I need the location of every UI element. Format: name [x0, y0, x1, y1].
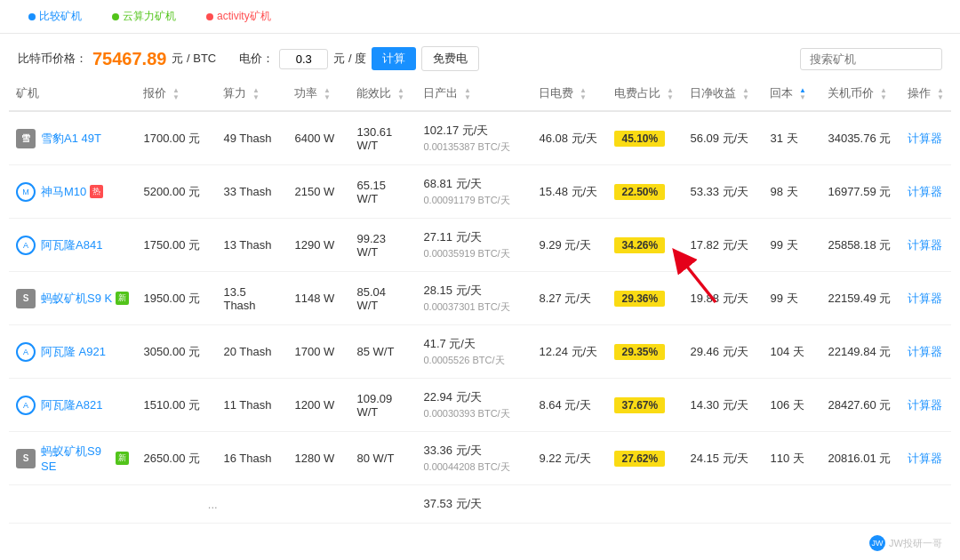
table-row: 雪 雪豹A1 49T 1700.00 元 49 Thash 6400 W 130… — [9, 111, 951, 165]
miner-name-link[interactable]: 蚂蚁矿机S9 SE — [41, 444, 112, 473]
calc-link[interactable]: 计算器 — [908, 238, 942, 252]
table-row: S 蚂蚁矿机S9 K 新 1950.00 元 13.5 Thash 1148 W… — [9, 272, 951, 325]
sort-daily-out: ▲▼ — [464, 87, 471, 101]
cell-payback: 110 天 — [763, 432, 820, 485]
dot-compare — [28, 13, 36, 20]
page-wrapper: 比较矿机 云算力矿机 activity矿机 比特币价格： 75467.89 元 … — [0, 0, 960, 560]
col-header-daily-out[interactable]: 日产出 ▲▼ — [416, 76, 532, 111]
cell-payback: 99 天 — [763, 219, 820, 272]
cell-price: 5200.00 元 — [136, 165, 216, 219]
cell-efficiency: 85 W/T — [349, 325, 416, 379]
miner-name-link[interactable]: 阿瓦隆 A921 — [41, 344, 106, 360]
calc-link[interactable]: 计算器 — [908, 345, 942, 358]
cell-daily-profit: 14.30 元/天 — [683, 379, 763, 432]
btc-price-unit: 元 / BTC — [172, 51, 216, 67]
miner-name-link[interactable]: 神马M10 — [41, 184, 86, 200]
cell-elec-pct: 22.50% — [607, 165, 683, 219]
sort-elec-pct: ▲▼ — [667, 87, 674, 101]
cell-hashrate: 20 Thash — [216, 325, 287, 379]
col-header-payback[interactable]: 回本 ▲▼ — [763, 76, 820, 111]
elec-pct-badge: 34.26% — [614, 237, 665, 253]
col-header-daily-elec[interactable]: 日电费 ▲▼ — [532, 76, 607, 111]
cell-daily-elec: 9.29 元/天 — [532, 219, 607, 272]
table-row: A 阿瓦隆A821 1510.00 元 11 Thash 1200 W 109.… — [9, 379, 951, 432]
cell-action[interactable]: 计算器 — [900, 325, 951, 379]
cell-action[interactable]: 计算器 — [900, 432, 951, 485]
col-header-hashrate[interactable]: 算力 ▲▼ — [216, 76, 287, 111]
cell-daily-out: 22.94 元/天 0.00030393 BTC/天 — [416, 379, 532, 432]
cell-efficiency: 99.23 W/T — [349, 219, 416, 272]
calc-link[interactable]: 计算器 — [908, 452, 942, 465]
cell-daily-profit: 17.82 元/天 — [683, 219, 763, 272]
cell-daily-profit: 19.88 元/天 — [683, 272, 763, 325]
cell-price: 1750.00 元 — [136, 219, 216, 272]
cell-action[interactable]: 计算器 — [900, 272, 951, 325]
cell-action[interactable]: 计算器 — [900, 165, 951, 219]
miner-badge: 新 — [116, 292, 129, 305]
cell-daily-elec: 8.64 元/天 — [532, 379, 607, 432]
cell-elec-pct: 45.10% — [607, 111, 683, 165]
tab-compare[interactable]: 比较矿机 — [18, 4, 92, 29]
cell-elec-pct: 29.36% — [607, 272, 683, 325]
col-header-daily-profit[interactable]: 日净收益 ▲▼ — [683, 76, 763, 111]
calc-link[interactable]: 计算器 — [908, 292, 942, 305]
col-header-shutdown[interactable]: 关机币价 ▲▼ — [820, 76, 900, 111]
calc-button[interactable]: 计算 — [372, 47, 416, 70]
cell-daily-out: 28.15 元/天 0.00037301 BTC/天 — [416, 272, 532, 325]
calc-link[interactable]: 计算器 — [908, 398, 942, 412]
table-header-row: 矿机 报价 ▲▼ 算力 ▲▼ 功率 ▲▼ 能效比 ▲▼ — [9, 76, 951, 111]
miner-name-link[interactable]: 阿瓦隆A821 — [41, 397, 102, 413]
cell-daily-out: 68.81 元/天 0.00091179 BTC/天 — [416, 165, 532, 219]
free-elec-button[interactable]: 免费电 — [421, 46, 479, 71]
cell-action[interactable]: 计算器 — [900, 111, 951, 165]
sort-power: ▲▼ — [324, 87, 331, 101]
cell-daily-out: 33.36 元/天 0.00044208 BTC/天 — [416, 432, 532, 485]
calc-link[interactable]: 计算器 — [908, 185, 942, 198]
cell-efficiency: 80 W/T — [349, 432, 416, 485]
cell-elec-pct: 27.62% — [607, 432, 683, 485]
tab-activity[interactable]: activity矿机 — [196, 4, 282, 29]
cell-efficiency: 130.61 W/T — [349, 111, 416, 165]
elec-pct-badge: 29.35% — [614, 344, 665, 360]
col-header-power[interactable]: 功率 ▲▼ — [287, 76, 349, 111]
cell-action[interactable]: 计算器 — [900, 219, 951, 272]
miner-table-container: 矿机 报价 ▲▼ 算力 ▲▼ 功率 ▲▼ 能效比 ▲▼ — [0, 76, 960, 524]
tab-cloud[interactable]: 云算力矿机 — [101, 4, 187, 29]
miner-icon: S — [16, 449, 36, 468]
miner-name-link[interactable]: 阿瓦隆A841 — [41, 237, 102, 253]
miner-name-cell: A 阿瓦隆A841 — [16, 236, 129, 255]
search-input[interactable] — [800, 48, 942, 70]
miner-name-link[interactable]: 蚂蚁矿机S9 K — [41, 291, 112, 307]
cell-price: 1950.00 元 — [136, 272, 216, 325]
sort-payback: ▲▼ — [799, 87, 806, 101]
miner-icon: S — [16, 289, 36, 308]
calc-link[interactable]: 计算器 — [908, 132, 942, 145]
cell-elec-pct: 34.26% — [607, 219, 683, 272]
cell-shutdown: 16977.59 元 — [820, 165, 900, 219]
col-header-price[interactable]: 报价 ▲▼ — [136, 76, 216, 111]
cell-shutdown: 34035.76 元 — [820, 111, 900, 165]
cell-action[interactable]: 计算器 — [900, 379, 951, 432]
cell-power: 1700 W — [287, 325, 349, 379]
cell-daily-out-btc: 0.00037301 BTC/天 — [423, 300, 524, 314]
col-header-efficiency[interactable]: 能效比 ▲▼ — [349, 76, 416, 111]
sort-hashrate: ▲▼ — [252, 87, 260, 101]
btc-price-value: 75467.89 — [92, 49, 166, 69]
cell-hashrate: 13.5 Thash — [216, 272, 287, 325]
miner-name-cell: 雪 雪豹A1 49T — [16, 129, 129, 148]
cell-hashrate: 13 Thash — [216, 219, 287, 272]
sort-daily-elec: ▲▼ — [580, 87, 587, 101]
cell-daily-out-btc: 0.0005526 BTC/天 — [423, 354, 524, 367]
cell-daily-out-btc: 0.00044208 BTC/天 — [423, 460, 524, 474]
cell-payback: 106 天 — [763, 379, 820, 432]
miner-icon: A — [16, 342, 36, 362]
cell-hashrate: 11 Thash — [216, 379, 287, 432]
miner-name-link[interactable]: 雪豹A1 49T — [41, 131, 101, 147]
col-header-action[interactable]: 操作 ▲▼ — [900, 76, 951, 111]
cell-payback: 31 天 — [763, 111, 820, 165]
cell-efficiency: 85.04 W/T — [349, 272, 416, 325]
col-header-elec-pct[interactable]: 电费占比 ▲▼ — [607, 76, 683, 111]
cell-power: 6400 W — [287, 111, 349, 165]
electricity-input[interactable] — [279, 49, 328, 69]
miner-icon: A — [16, 236, 36, 255]
